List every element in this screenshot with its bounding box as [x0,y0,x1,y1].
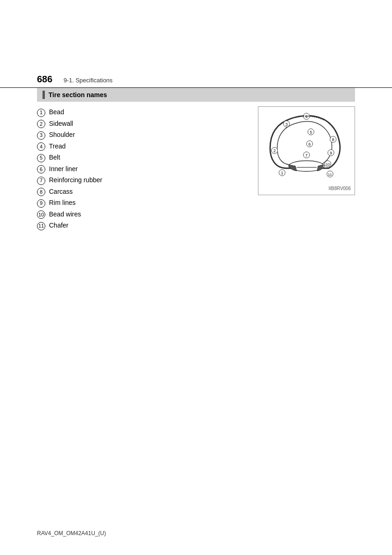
item-number: 3 [37,131,45,140]
section-header-text: Tire section names [49,91,107,99]
diagram-container: 1 2 3 4 5 6 [258,106,355,195]
list-item: 3Shoulder [37,131,249,140]
content-area: Tire section names 1Bead2Sidewall3Should… [0,88,392,233]
list-item: 9Rim lines [37,199,249,208]
list-item: 1Bead [37,108,249,117]
svg-text:6: 6 [308,142,311,147]
svg-text:8: 8 [332,137,334,142]
svg-text:11: 11 [328,173,332,177]
item-number: 11 [37,222,45,230]
diagram-caption: IIB8RV006 [262,186,351,191]
svg-text:9: 9 [330,151,332,155]
list-item: 11Chafer [37,222,249,230]
item-number: 9 [37,199,45,208]
item-label: Bead [49,108,64,116]
list-item: 6Inner liner [37,165,249,174]
list-item: 7Reinforcing rubber [37,176,249,185]
item-label: Tread [49,142,66,150]
list-item: 10Bead wires [37,210,249,219]
page-header: 686 9-1. Specifications [0,0,392,88]
main-content: 1Bead2Sidewall3Shoulder4Tread5Belt6Inner… [37,106,355,233]
item-number: 1 [37,109,45,117]
item-label: Rim lines [49,199,76,206]
svg-text:3: 3 [285,122,288,127]
section-title: 9-1. Specifications [63,77,112,84]
page-number: 686 [37,74,52,85]
svg-text:1: 1 [281,171,283,175]
page-container: 686 9-1. Specifications Tire section nam… [0,0,392,555]
page-footer: RAV4_OM_OM42A41U_(U) [37,530,106,536]
section-header-bar [43,91,45,99]
item-label: Carcass [49,188,73,195]
item-label: Inner liner [49,165,78,173]
footer-text: RAV4_OM_OM42A41U_(U) [37,530,106,536]
item-label: Belt [49,154,60,161]
list-item: 4Tread [37,142,249,151]
parts-list: 1Bead2Sidewall3Shoulder4Tread5Belt6Inner… [37,106,249,233]
list-item: 2Sidewall [37,120,249,129]
item-number: 10 [37,210,45,219]
svg-text:10: 10 [326,162,330,166]
svg-text:5: 5 [310,130,312,135]
item-label: Chafer [49,222,68,229]
item-number: 5 [37,154,45,162]
item-number: 4 [37,142,45,151]
item-label: Shoulder [49,131,75,138]
svg-text:7: 7 [306,153,308,158]
svg-text:4: 4 [306,114,308,119]
section-header: Tire section names [37,88,355,102]
item-number: 2 [37,120,45,128]
item-label: Reinforcing rubber [49,176,102,184]
tire-diagram: 1 2 3 4 5 6 [262,111,351,184]
item-number: 6 [37,165,45,173]
list-item: 5Belt [37,154,249,162]
item-number: 7 [37,177,45,185]
svg-text:2: 2 [273,148,276,153]
item-label: Sidewall [49,120,73,127]
item-label: Bead wires [49,210,81,218]
item-number: 8 [37,188,45,196]
list-item: 8Carcass [37,188,249,197]
